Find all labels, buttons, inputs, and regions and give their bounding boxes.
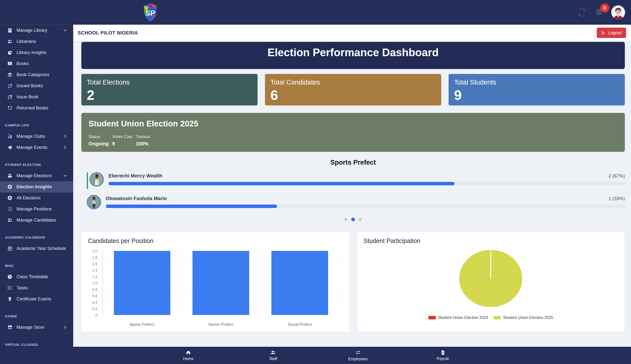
meta-value: 100% <box>136 141 150 147</box>
staff-icon <box>270 350 276 355</box>
sidebar-item-manage-clubs[interactable]: Manage Clubs <box>0 131 73 142</box>
candidate-votes: 1 (33%) <box>608 196 625 201</box>
stat-cards-row: Total Elections 2 Total Candidates 6 Tot… <box>81 74 625 106</box>
chevron-down-icon <box>63 174 67 178</box>
notifications-button[interactable]: 0 <box>594 8 604 17</box>
megaphone-icon <box>7 145 13 150</box>
dashboard-content: Election Performance Dashboard Total Ele… <box>73 41 631 332</box>
candidate-body: Oluwatosin Fashola Mario 1 (33%) <box>106 195 625 208</box>
sidebar-item-label: Librarians <box>16 39 36 44</box>
sidebar-item-issue-book[interactable]: Issue Book <box>0 92 73 102</box>
plus-circle-icon <box>7 184 13 190</box>
sidebar-item-label: Manage Clubs <box>16 134 45 139</box>
book-icon <box>7 28 13 33</box>
candidate-row[interactable]: Eberechi Mercy Wealth 2 (67%) <box>87 172 625 189</box>
chevron-right-icon <box>63 325 67 330</box>
legend-item: Student Union Election 2025 <box>494 316 553 320</box>
sidebar-item-class-timetable[interactable]: Class Timetable <box>0 271 73 282</box>
carousel-dot-2[interactable] <box>351 218 355 221</box>
bar-chart-card: Candidates per Position 2.01.81.61.41.21… <box>81 231 350 332</box>
sidebar-item-manage-candidates[interactable]: Manage Candidates <box>0 215 73 226</box>
stat-label: Total Students <box>454 78 620 86</box>
sidebar-item-manage-store[interactable]: Manage Store <box>0 322 73 333</box>
sidebar-item-manage-library[interactable]: Manage Library <box>0 25 73 36</box>
bar-band <box>260 251 340 315</box>
checklist-icon <box>7 285 13 290</box>
share-icon <box>7 83 13 88</box>
sidebar-item-manage-events[interactable]: Manage Events <box>0 142 73 153</box>
carousel-dot-1[interactable] <box>344 218 348 221</box>
sidebar-item-library-insights[interactable]: Library Insights <box>0 47 73 58</box>
candidate-avatar <box>87 195 101 209</box>
app-logo[interactable]: SP <box>142 3 158 22</box>
sidebar-item-label: Manage Elections <box>16 173 52 178</box>
bottom-nav-staff[interactable]: Staff <box>231 347 316 364</box>
meta-label: Votes Cast <box>112 134 136 139</box>
main-content: SCHOOL PILOT NIGERIA Logout Election Per… <box>73 25 631 347</box>
election-meta-col: Status Ongoing <box>88 134 112 147</box>
stat-card-total-elections: Total Elections 2 <box>81 74 258 106</box>
sidebar-item-book-categories[interactable]: Book Categories <box>0 69 73 80</box>
sidebar-item-academic-year-schedule[interactable]: Academic Year Schedule <box>0 243 73 254</box>
sync-icon[interactable] <box>577 8 587 17</box>
y-tick-label: 0 <box>96 313 97 317</box>
sidebar-item-books[interactable]: Books <box>0 58 73 69</box>
badge-icon <box>7 296 13 302</box>
dashboard-banner: Election Performance Dashboard <box>81 42 625 69</box>
candidate-avatar <box>90 172 104 186</box>
chevron-right-icon <box>63 145 67 150</box>
sidebar-item-tasks[interactable]: Tasks <box>0 282 73 294</box>
bar-chart-title: Candidates per Position <box>88 237 343 244</box>
bottom-nav-payroll[interactable]: Payroll <box>400 347 485 364</box>
sidebar-item-label: Class Timetable <box>16 274 48 280</box>
bottom-nav-label: Payroll <box>437 356 449 361</box>
bottom-nav-employees[interactable]: Employees <box>316 347 400 364</box>
bar-sports-prefect[interactable] <box>114 251 170 315</box>
legend-swatch <box>494 316 501 320</box>
bottom-nav-home[interactable]: Home <box>146 347 231 364</box>
sidebar-item-all-elections[interactable]: All Elections <box>0 192 73 204</box>
x-tick-label: Social Prefect <box>260 322 340 327</box>
stat-label: Total Candidates <box>270 78 436 86</box>
logout-button[interactable]: Logout <box>597 28 626 38</box>
bar-chart-y-axis: 2.01.81.61.41.21.00.80.60.40.20 <box>88 251 99 315</box>
bar-social-prefect[interactable] <box>272 251 328 315</box>
open-book-icon <box>7 61 13 66</box>
x-tick-label: Senior Prefect <box>182 322 260 327</box>
sidebar-item-issued-books[interactable]: Issued Books <box>0 80 73 92</box>
candidate-name: Eberechi Mercy Wealth <box>108 173 162 179</box>
sidebar-section-label: VIRTUAL CLASSES <box>0 333 73 347</box>
sidebar-item-manage-elections[interactable]: Manage Elections <box>0 170 73 182</box>
vote-progress-fill <box>106 204 277 208</box>
club-icon <box>7 134 13 139</box>
stat-value: 2 <box>87 88 252 102</box>
plus-circle-icon <box>7 195 13 200</box>
position-title: Sports Prefect <box>81 159 625 166</box>
candidate-row[interactable]: Oluwatosin Fashola Mario 1 (33%) <box>87 195 625 209</box>
pie-chart-card: Student Participation Student Union Elec… <box>357 231 625 332</box>
sidebar-item-manage-positions[interactable]: Manage Positions <box>0 204 73 215</box>
meta-value: Ongoing <box>88 141 112 147</box>
bottom-nav-label: Home <box>183 356 194 361</box>
sidebar-item-returned-books[interactable]: Returned Books <box>0 102 73 114</box>
sidebar: Manage Library Librarians Library Insigh… <box>0 25 73 347</box>
user-avatar[interactable] <box>611 6 625 19</box>
legend-item: Student Union Election 2024 <box>428 316 488 320</box>
sidebar-item-label: Manage Positions <box>16 206 52 212</box>
election-summary-card[interactable]: Student Union Election 2025 Status Ongoi… <box>81 113 625 152</box>
sidebar-item-label: Manage Candidates <box>16 218 56 223</box>
calendar-icon <box>7 246 13 251</box>
meta-label: Turnout <box>136 134 150 139</box>
carousel-dot-3[interactable] <box>359 218 362 221</box>
sidebar-item-certificate-exams[interactable]: Certificate Exams <box>0 294 73 304</box>
sidebar-item-label: Election Insights <box>16 184 52 190</box>
bar-band <box>182 251 260 315</box>
bottom-nav-label: Staff <box>269 356 277 361</box>
svg-text:SP: SP <box>146 9 155 17</box>
bar-senior-prefect[interactable] <box>192 251 249 315</box>
sidebar-item-librarians[interactable]: Librarians <box>0 36 73 47</box>
sidebar-item-election-insights[interactable]: Election Insights <box>0 182 73 192</box>
store-icon <box>7 324 13 330</box>
legend-swatch <box>428 316 436 320</box>
y-tick-label: 0.6 <box>92 294 97 298</box>
